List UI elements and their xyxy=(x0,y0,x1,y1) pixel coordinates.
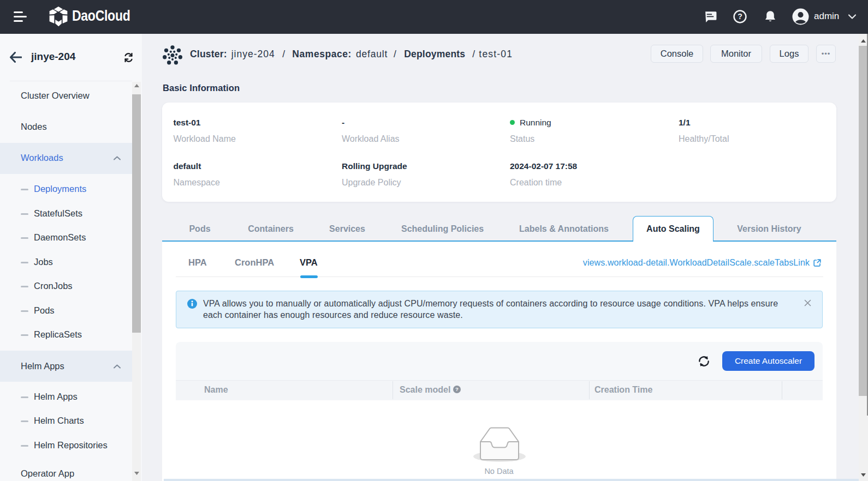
svg-text:?: ? xyxy=(455,386,459,392)
svg-text:?: ? xyxy=(738,12,742,21)
